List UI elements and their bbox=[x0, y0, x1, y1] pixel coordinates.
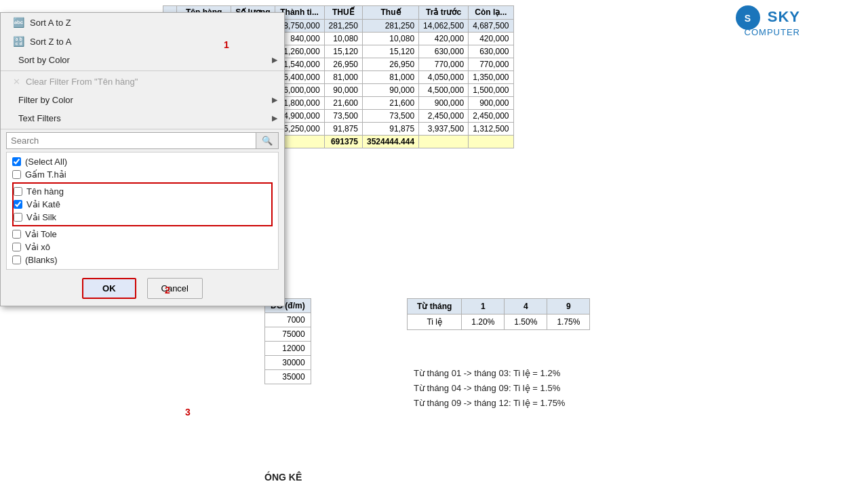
separator-2 bbox=[1, 129, 284, 129]
cell-thue2-3: 15,120 bbox=[362, 45, 418, 58]
bottom-left-table: ĐG (đ/m) 7000 75000 12000 30000 35000 bbox=[264, 298, 311, 384]
cell-con-8: 2,450,000 bbox=[469, 109, 513, 122]
checkbox-item-blanks[interactable]: (Blanks) bbox=[12, 253, 273, 266]
sort-za-icon: 🔡 bbox=[13, 36, 24, 47]
search-container[interactable]: 🔍 bbox=[6, 132, 279, 149]
bl-row-3: 12000 bbox=[265, 342, 311, 356]
checkbox-blanks-label: (Blanks) bbox=[25, 255, 58, 265]
checkbox-tenhang-label: Tên hàng bbox=[26, 186, 64, 197]
search-button[interactable]: 🔍 bbox=[256, 133, 278, 148]
checkbox-select-all-input[interactable] bbox=[12, 157, 21, 166]
cell-tra-3: 630,000 bbox=[419, 45, 469, 58]
cell-thue1-5: 81,000 bbox=[324, 70, 362, 83]
checkbox-blanks-input[interactable] bbox=[12, 256, 21, 264]
bl-val-4: 30000 bbox=[265, 356, 311, 370]
sort-za-label: Sort Z to A bbox=[30, 37, 71, 47]
br-header-2: 4 bbox=[505, 299, 547, 314]
cell-thue1-4: 26,950 bbox=[324, 58, 362, 70]
logo-sub: COMPUTER bbox=[736, 27, 800, 37]
cell-thue2-1: 281,250 bbox=[362, 19, 418, 32]
checkbox-item-vaixo[interactable]: Vải xô bbox=[12, 241, 273, 253]
cell-con-2: 420,000 bbox=[469, 32, 513, 45]
note-3: Từ tháng 09 -> tháng 12: Ti lệ = 1.75% bbox=[414, 396, 565, 411]
checkbox-list: (Select All) Gấm T.hải Tên hàng Vải Katê bbox=[6, 152, 279, 270]
note-1: Từ tháng 01 -> tháng 03: Ti lệ = 1.2% bbox=[414, 366, 565, 381]
sort-az-icon: 🔤 bbox=[13, 17, 24, 28]
logo-brand: SKY bbox=[768, 8, 800, 25]
checkbox-gam-label: Gấm T.hải bbox=[25, 169, 66, 180]
cell-thue1-9: 91,875 bbox=[324, 122, 362, 135]
cell-tra-8: 2,450,000 bbox=[419, 109, 469, 122]
bl-val-5: 35000 bbox=[265, 370, 311, 384]
sort-az-label: Sort A to Z bbox=[30, 18, 71, 28]
checkbox-tenhang-input[interactable] bbox=[14, 187, 22, 196]
cell-tra-total bbox=[419, 135, 469, 148]
cell-tra-4: 770,000 bbox=[419, 58, 469, 70]
checkbox-item-gam[interactable]: Gấm T.hải bbox=[12, 168, 273, 181]
checkbox-item-tenhang[interactable]: Tên hàng bbox=[14, 185, 271, 198]
bl-row-5: 35000 bbox=[265, 370, 311, 384]
br-header-1: 1 bbox=[462, 299, 505, 314]
checkbox-item-vaitole[interactable]: Vải Tole bbox=[12, 228, 273, 241]
cell-con-4: 770,000 bbox=[469, 58, 513, 70]
cell-thue1-total: 691375 bbox=[324, 135, 362, 148]
col-num-6: Trả trước bbox=[419, 6, 469, 20]
br-val-1: 1.20% bbox=[462, 314, 505, 330]
footer-label: ÓNG KÊ bbox=[264, 472, 302, 483]
checkbox-highlighted-group: Tên hàng Vải Katê Vải Silk bbox=[12, 182, 273, 226]
cell-thue2-total: 3524444.444 bbox=[362, 135, 418, 148]
logo: S SKY COMPUTER bbox=[736, 5, 800, 37]
sort-a-z-item[interactable]: 🔤 Sort A to Z bbox=[1, 13, 284, 32]
sort-by-color-label: Sort by Color bbox=[18, 55, 70, 65]
checkbox-item-vaikai[interactable]: Vải Katê bbox=[14, 198, 271, 211]
clear-filter-item[interactable]: ✕ Clear Filter From "Tên hàng" bbox=[1, 73, 284, 91]
checkbox-vaitole-input[interactable] bbox=[12, 230, 21, 239]
search-input[interactable] bbox=[7, 133, 256, 148]
filter-by-color-label: Filter by Color bbox=[18, 95, 73, 105]
checkbox-vaixo-input[interactable] bbox=[12, 243, 21, 251]
notes-area: Từ tháng 01 -> tháng 03: Ti lệ = 1.2% Từ… bbox=[414, 366, 565, 411]
cell-tra-2: 420,000 bbox=[419, 32, 469, 45]
cell-thue2-5: 81,000 bbox=[362, 70, 418, 83]
checkbox-gam-input[interactable] bbox=[12, 170, 21, 179]
col-num-5: Thuế bbox=[362, 6, 418, 20]
checkbox-vaitole-label: Vải Tole bbox=[25, 229, 57, 239]
cell-thue2-8: 73,500 bbox=[362, 109, 418, 122]
note-2: Từ tháng 04 -> tháng 09: Ti lệ = 1.5% bbox=[414, 381, 565, 396]
cell-thue1-8: 73,500 bbox=[324, 109, 362, 122]
col-num-4: THUẾ bbox=[324, 6, 362, 20]
text-filters-item[interactable]: Text Filters ▶ bbox=[1, 109, 284, 127]
cell-con-1: 4,687,500 bbox=[469, 19, 513, 32]
checkbox-item-vaisilk[interactable]: Vải Silk bbox=[14, 211, 271, 224]
text-filters-label: Text Filters bbox=[18, 113, 61, 123]
cell-tra-6: 4,500,000 bbox=[419, 83, 469, 96]
br-row-1: Ti lệ 1.20% 1.50% 1.75% bbox=[408, 314, 590, 330]
checkbox-select-all-label: (Select All) bbox=[25, 157, 67, 167]
checkbox-select-all[interactable]: (Select All) bbox=[12, 155, 273, 168]
bl-val-3: 12000 bbox=[265, 342, 311, 356]
cell-con-9: 1,312,500 bbox=[469, 122, 513, 135]
br-header-0: Từ tháng bbox=[408, 299, 462, 314]
filter-by-color-item[interactable]: Filter by Color ▶ bbox=[1, 91, 284, 109]
br-label: Ti lệ bbox=[408, 314, 462, 330]
ok-button[interactable]: OK bbox=[82, 278, 136, 299]
br-val-2: 1.50% bbox=[505, 314, 547, 330]
cell-tra-9: 3,937,500 bbox=[419, 122, 469, 135]
cancel-button[interactable]: Cancel bbox=[147, 278, 203, 299]
bl-val-2: 75000 bbox=[265, 327, 311, 342]
cell-thue1-3: 15,120 bbox=[324, 45, 362, 58]
checkbox-vaikai-input[interactable] bbox=[14, 200, 22, 209]
checkbox-vaisilk-input[interactable] bbox=[14, 213, 22, 222]
bl-row-1: 7000 bbox=[265, 313, 311, 327]
sort-color-arrow: ▶ bbox=[272, 56, 277, 64]
text-filters-arrow: ▶ bbox=[272, 114, 277, 123]
cell-thue2-6: 90,000 bbox=[362, 83, 418, 96]
br-header-3: 9 bbox=[547, 299, 590, 314]
cell-con-6: 1,500,000 bbox=[469, 83, 513, 96]
cell-thue1-2: 10,080 bbox=[324, 32, 362, 45]
sort-z-a-item[interactable]: 🔡 Sort Z to A bbox=[1, 32, 284, 51]
spreadsheet-area: S SKY COMPUTER Tên hàng Số lượng Thành t… bbox=[0, 0, 868, 488]
cell-thue2-7: 21,600 bbox=[362, 96, 418, 109]
sort-by-color-item[interactable]: Sort by Color ▶ bbox=[1, 51, 284, 69]
cell-thue2-9: 91,875 bbox=[362, 122, 418, 135]
